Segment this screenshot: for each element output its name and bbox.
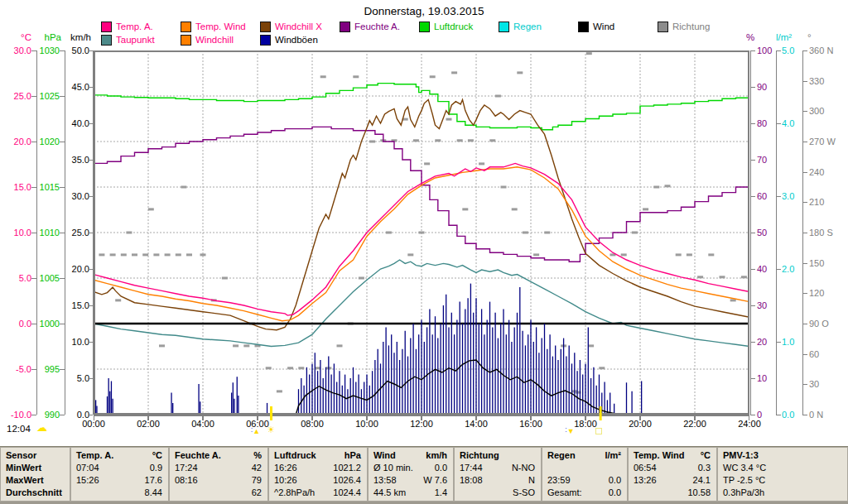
legend-swatch-icon bbox=[260, 22, 271, 32]
stats-col-title: Feuchte A. bbox=[170, 449, 221, 462]
axis-tick-hPa bbox=[60, 324, 65, 324]
stats-col-title: Temp. Wind bbox=[629, 449, 684, 462]
stats-col-title: Temp. A. bbox=[71, 449, 113, 462]
legend-swatch-icon bbox=[419, 22, 430, 32]
sun-icon: ☀ bbox=[267, 425, 276, 434]
axis-tick-pct bbox=[750, 378, 755, 379]
legend-item-regen[interactable]: Regen bbox=[499, 22, 542, 32]
axis-tick-label-pct: 40 bbox=[757, 264, 767, 274]
legend-item-temp-wind[interactable]: Temp. Wind bbox=[181, 22, 246, 32]
stats-col-unit: hPa bbox=[344, 449, 367, 462]
stats-cell-time: 23:59 bbox=[542, 474, 571, 487]
axis-tick-label-deg: 330 bbox=[809, 76, 824, 86]
stats-cell-value: 17.6 bbox=[145, 474, 168, 487]
legend-swatch-icon bbox=[101, 22, 112, 32]
series-luftdruck bbox=[94, 84, 749, 130]
axis-tick-label-kmh: 40.0 bbox=[0, 118, 89, 128]
stats-column-temp-wind: Temp. Wind°C06:540.313:2624.110.58 bbox=[629, 448, 716, 501]
stats-column-wind: Windkm/hØ 10 min.0.013:58W 7.644.5 km1.4 bbox=[369, 448, 453, 501]
stats-col-unit: °C bbox=[701, 449, 716, 462]
legend-item-taupunkt[interactable]: Taupunkt bbox=[101, 35, 155, 46]
axis-tick-label-deg: 30 bbox=[809, 379, 819, 389]
axis-tick-label-deg: 360 N bbox=[809, 46, 833, 55]
axis-tick-label-deg: 300 bbox=[809, 106, 824, 116]
axis-tick-pct bbox=[750, 233, 755, 233]
stats-row: S-SO bbox=[455, 487, 541, 499]
axis-tick-pct bbox=[750, 415, 755, 415]
stats-row: 10.58 bbox=[629, 487, 716, 499]
legend-item-richtung[interactable]: Richtung bbox=[658, 22, 710, 32]
axis-tick-label-pct: 80 bbox=[757, 118, 767, 128]
stats-row: 62 bbox=[170, 487, 267, 499]
chart-plot-area bbox=[94, 50, 749, 425]
stats-row: 10:261026.4 bbox=[269, 474, 367, 487]
axis-tick-deg bbox=[802, 263, 807, 264]
stats-header-row: Regenl/m² bbox=[542, 449, 627, 462]
stats-header-row: PMV-1:3 bbox=[718, 449, 847, 462]
axis-tick-label-lm2: 1.0 bbox=[782, 337, 794, 347]
axis-tick-label-lm2: 5.0 bbox=[782, 46, 794, 55]
moon-time-label: 12:04 bbox=[7, 424, 31, 434]
axis-tick-hPa bbox=[60, 278, 65, 279]
legend-item-luftdruck[interactable]: Luftdruck bbox=[419, 22, 473, 32]
axis-tick-pct bbox=[750, 160, 755, 161]
axis-tick-deg bbox=[802, 324, 807, 324]
axis-tick-label-deg: 60 bbox=[809, 349, 819, 359]
stats-cell-time: 44.5 km bbox=[369, 487, 406, 499]
stats-header-row: LuftdruckhPa bbox=[269, 449, 367, 462]
legend-item-windb-en[interactable]: Windböen bbox=[260, 35, 318, 46]
stats-column-pmv-1-3: PMV-1:3WC 3.4 °CTP -2.5 °C0.3hPa/3h bbox=[718, 448, 847, 501]
axis-tick-label-kmh: 45.0 bbox=[0, 82, 89, 92]
stats-column-temp-a-: Temp. A.°C07:040.915:2617.68.44 bbox=[71, 448, 168, 501]
axis-tick-lm2 bbox=[776, 342, 781, 343]
legend-swatch-icon bbox=[578, 22, 589, 32]
legend-item-wind[interactable]: Wind bbox=[578, 22, 614, 32]
stats-cell-time: 18:08 bbox=[455, 474, 483, 487]
axis-tick-pct bbox=[750, 269, 755, 270]
legend-item-temp-a-[interactable]: Temp. A. bbox=[101, 22, 153, 32]
axis-tick-deg bbox=[802, 354, 807, 355]
x-axis-label: 00:00 bbox=[74, 419, 113, 429]
stats-row bbox=[542, 462, 627, 474]
stats-row: 17:44N-NO bbox=[455, 462, 541, 474]
x-axis-label: 14:00 bbox=[456, 419, 496, 429]
axis-tick-kmh bbox=[88, 269, 93, 270]
stats-row: MaxWert bbox=[1, 474, 70, 487]
axis-tick-kmh bbox=[88, 196, 93, 197]
stats-cell-value bbox=[621, 462, 627, 474]
stats-cell-value: 1021.2 bbox=[333, 462, 367, 474]
stats-cell-value bbox=[841, 462, 847, 474]
stats-cell-time: 15:26 bbox=[71, 474, 99, 487]
axis-tick-label-pct: 50 bbox=[757, 228, 767, 238]
legend-item-windchill[interactable]: Windchill bbox=[181, 35, 234, 46]
axis-unit-hPa: hPa bbox=[35, 32, 61, 43]
sunrise-icon: ˸▲ bbox=[251, 427, 260, 436]
axis-tick-label-hPa: 1020 bbox=[0, 137, 60, 146]
stats-cell-value: 0.9 bbox=[150, 462, 168, 474]
stats-cell-value: 0.0 bbox=[435, 462, 453, 474]
x-axis-label: 20:00 bbox=[620, 419, 660, 429]
stats-header-row: Richtung bbox=[455, 449, 541, 462]
stats-cell-value: 1.4 bbox=[435, 487, 453, 499]
legend-label: Temp. Wind bbox=[195, 22, 246, 32]
page-title: Donnerstag, 19.03.2015 bbox=[0, 5, 848, 17]
stats-row: 23:590.0 bbox=[542, 474, 627, 487]
stats-cell-time: 10:26 bbox=[269, 474, 297, 487]
axis-tick-kmh bbox=[88, 233, 93, 233]
stats-cell-value bbox=[841, 474, 847, 487]
legend-label: Richtung bbox=[672, 22, 710, 32]
stats-cell-time bbox=[170, 487, 175, 499]
axis-tick-lm2 bbox=[776, 415, 781, 415]
legend-item-feuchte-a-[interactable]: Feuchte A. bbox=[340, 22, 400, 32]
stats-column-sensor: SensorMinWertMaxWertDurchschnitt bbox=[1, 448, 70, 501]
stats-cell-time: Ø 10 min. bbox=[369, 462, 413, 474]
stats-row: 13:2624.1 bbox=[629, 474, 716, 487]
axis-tick-lm2 bbox=[776, 269, 781, 270]
legend-item-windchill-x[interactable]: Windchill X bbox=[260, 22, 322, 32]
axis-tick-lm2 bbox=[776, 50, 781, 51]
stats-cell-time: 0.3hPa/3h bbox=[718, 487, 764, 499]
legend-swatch-icon bbox=[181, 35, 191, 46]
x-axis-label: 04:00 bbox=[183, 419, 223, 429]
axis-tick-deg bbox=[802, 142, 807, 142]
axis-tick-kmh bbox=[88, 160, 93, 161]
